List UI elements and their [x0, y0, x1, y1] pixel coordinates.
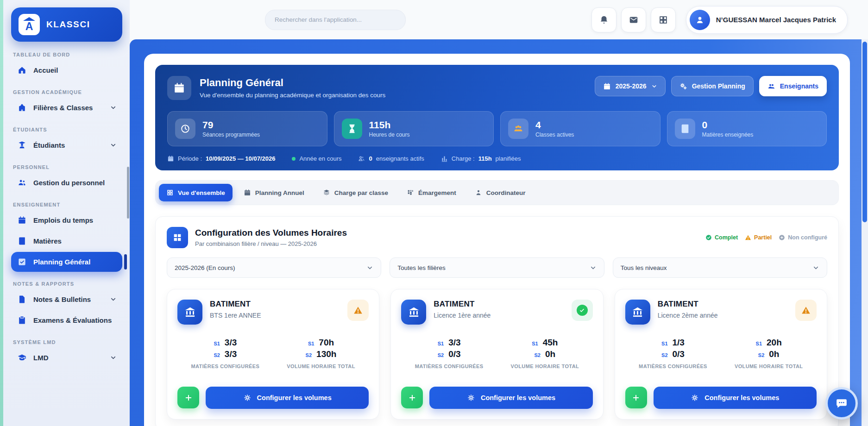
- s1-subjects-value: 3/3: [225, 338, 237, 348]
- sidebar-item-accueil[interactable]: Accueil: [11, 60, 122, 80]
- configure-volumes-button[interactable]: Configurer les volumes: [429, 387, 592, 409]
- sidebar-item-notes-bulletins[interactable]: Notes & Bulletins: [11, 289, 122, 309]
- sidebar-item-label: Notes & Bulletins: [33, 295, 91, 303]
- tab-coordinateur[interactable]: Coordinateur: [467, 184, 533, 201]
- exam-clipboard-icon: [18, 316, 26, 325]
- legend-complet: Complet: [705, 234, 738, 241]
- letter-a-glyph: A: [25, 21, 33, 32]
- building-icon: [401, 300, 426, 325]
- year-filter-select[interactable]: 2025-2026 (En cours): [167, 257, 381, 278]
- stat-card-heures: 115h Heures de cours: [334, 111, 494, 146]
- tab-label: Planning Annuel: [255, 189, 304, 196]
- chevron-down-icon: [651, 83, 657, 89]
- charge-value: 115h: [478, 155, 492, 162]
- enseignants-button[interactable]: Enseignants: [759, 76, 827, 96]
- stat-label: Heures de cours: [369, 132, 410, 138]
- chevron-down-icon: [812, 264, 819, 271]
- sidebar-item-gestion-personnel[interactable]: Gestion du personnel: [11, 173, 122, 193]
- filiere-filter-select[interactable]: Toutes les filières: [390, 257, 604, 278]
- apps-button[interactable]: [651, 7, 676, 32]
- hours-label: VOLUME HORAIRE TOTAL: [721, 363, 817, 369]
- s2-subjects-value: 3/3: [225, 349, 237, 359]
- tab-emargement[interactable]: Émargement: [399, 184, 464, 201]
- enseignants-label: Enseignants: [780, 82, 818, 90]
- clock-icon: [175, 119, 195, 139]
- volume-horaire: S145h S20h VOLUME HORAIRE TOTAL: [497, 338, 593, 369]
- chevron-down-icon: [110, 296, 117, 303]
- s1-subjects-value: 1/3: [673, 338, 685, 348]
- sidebar-item-label: Étudiants: [33, 141, 65, 149]
- notifications-button[interactable]: [591, 7, 616, 32]
- batiment-card: BATIMENT Licence 1ère année: [390, 289, 603, 420]
- chevron-down-icon: [110, 104, 117, 111]
- s1-label: S1: [308, 341, 314, 346]
- tab-label: Vue d'ensemble: [178, 189, 225, 196]
- warning-triangle-icon: [745, 234, 751, 241]
- search-input[interactable]: [265, 10, 406, 30]
- tab-charge-par-classe[interactable]: Charge par classe: [315, 184, 396, 201]
- messages-button[interactable]: [621, 7, 646, 32]
- chevron-down-icon: [366, 264, 373, 271]
- chat-button[interactable]: [825, 387, 858, 420]
- building-icon: [177, 300, 202, 325]
- meta-row: Période : 10/09/2025 — 10/07/2026 Année …: [167, 155, 827, 162]
- calendar-icon: [167, 155, 174, 162]
- sidebar: A KLASSCI TABLEAU DE BORD Accueil GESTIO…: [0, 0, 130, 426]
- section-label: TABLEAU DE BORD: [13, 52, 122, 57]
- brand-logo[interactable]: A KLASSCI: [11, 7, 122, 42]
- s1-label: S1: [756, 341, 762, 346]
- enseignants-actifs: 0 enseignants actifs: [358, 155, 424, 162]
- gestion-planning-button[interactable]: Gestion Planning: [671, 76, 754, 96]
- s2-hours-value: 0h: [769, 349, 779, 359]
- niveau-filter-select[interactable]: Tous les niveaux: [613, 257, 827, 278]
- building-icon: [625, 300, 650, 325]
- legend-label: Partiel: [754, 234, 772, 241]
- section-label: PERSONNEL: [13, 164, 122, 170]
- check-circle-icon: [705, 234, 712, 241]
- sidebar-item-matieres[interactable]: Matières: [11, 231, 122, 251]
- add-button[interactable]: [401, 387, 423, 408]
- batiment-title: BATIMENT: [658, 300, 718, 309]
- page-scrollbar[interactable]: [862, 39, 868, 426]
- content-canvas: Planning Général Vue d'ensemble du plann…: [130, 39, 868, 426]
- users-icon: [358, 155, 365, 162]
- sidebar-item-lmd[interactable]: LMD: [11, 348, 122, 368]
- grid-icon: [658, 15, 668, 25]
- calendar-icon: [167, 76, 191, 100]
- add-button[interactable]: [177, 387, 199, 408]
- planning-header-card: Planning Général Vue d'ensemble du plann…: [155, 65, 839, 170]
- hours-label: VOLUME HORAIRE TOTAL: [273, 363, 369, 369]
- hourglass-icon: [342, 119, 362, 139]
- sidebar-item-etudiants[interactable]: Étudiants: [11, 135, 122, 155]
- select-value: Toutes les filières: [397, 264, 446, 271]
- tab-planning-annuel[interactable]: Planning Annuel: [236, 184, 312, 201]
- sidebar-scrollbar-thumb[interactable]: [127, 167, 129, 219]
- student-icon: [18, 141, 26, 150]
- staff-icon: [18, 178, 26, 187]
- configure-volumes-button[interactable]: Configurer les volumes: [654, 387, 817, 409]
- charge-label: Charge :: [452, 155, 475, 162]
- add-button[interactable]: [625, 387, 647, 408]
- sidebar-item-emplois-du-temps[interactable]: Emplois du temps: [11, 210, 122, 230]
- book-icon: [675, 119, 695, 139]
- s2-label: S2: [661, 352, 667, 358]
- year-selector-button[interactable]: 2025-2026: [595, 76, 666, 96]
- tab-vue-ensemble[interactable]: Vue d'ensemble: [159, 184, 233, 201]
- user-menu[interactable]: N’GUESSAN Marcel Jacques Patrick: [686, 6, 848, 34]
- sidebar-item-filieres-classes[interactable]: Filières & Classes: [11, 98, 122, 118]
- volume-horaire: S170h S2130h VOLUME HORAIRE TOTAL: [273, 338, 369, 369]
- chevron-down-icon: [110, 142, 117, 149]
- configure-volumes-button[interactable]: Configurer les volumes: [206, 387, 369, 409]
- sidebar-item-planning-general[interactable]: Planning Général: [11, 252, 122, 272]
- gears-icon: [679, 82, 687, 90]
- s2-label: S2: [214, 352, 220, 358]
- page-scrollbar-thumb[interactable]: [862, 42, 867, 222]
- topbar: N’GUESSAN Marcel Jacques Patrick: [130, 0, 868, 39]
- s1-hours-value: 70h: [319, 338, 334, 348]
- warning-triangle-icon: [801, 306, 811, 315]
- content-sheet: Planning Général Vue d'ensemble du plann…: [144, 54, 850, 426]
- tab-label: Émargement: [418, 189, 456, 196]
- brand-logo-icon: A: [19, 14, 40, 35]
- sidebar-item-examens-evaluations[interactable]: Examens & Évaluations: [11, 310, 122, 330]
- status-badge-complete: [572, 300, 593, 321]
